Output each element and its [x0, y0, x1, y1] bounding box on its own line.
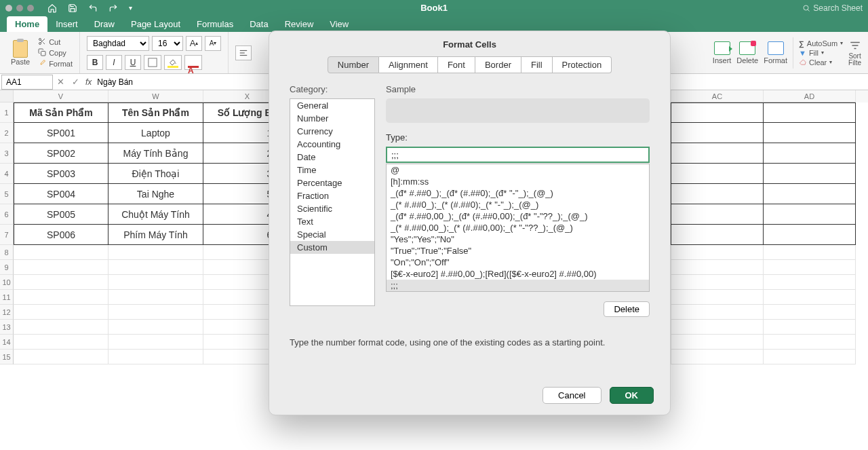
tab-draw[interactable]: Draw: [86, 16, 123, 32]
cell[interactable]: [108, 335, 203, 350]
dialog-tab-number[interactable]: Number: [328, 56, 379, 73]
align-left-button[interactable]: [235, 45, 252, 60]
cell[interactable]: [108, 320, 203, 335]
row-header[interactable]: 1: [0, 102, 14, 123]
cell[interactable]: [764, 225, 856, 245]
category-item[interactable]: Date: [290, 151, 374, 164]
cell[interactable]: SP004: [14, 184, 108, 204]
fill-button[interactable]: ▼Fill▾: [799, 49, 843, 57]
row-header[interactable]: 5: [0, 184, 14, 204]
cell[interactable]: [764, 320, 856, 335]
maximize-icon[interactable]: [27, 5, 34, 12]
type-item[interactable]: [$€-x-euro2] #.##0,00_);[Red]([$€-x-euro…: [387, 268, 649, 280]
type-item[interactable]: "Yes";"Yes";"No": [387, 233, 649, 245]
cell[interactable]: [108, 275, 203, 290]
category-item[interactable]: Number: [290, 112, 374, 125]
format-painter-button[interactable]: Format: [38, 59, 73, 69]
col-header-ad[interactable]: AD: [764, 90, 856, 102]
search-sheet[interactable]: Search Sheet: [802, 3, 863, 13]
copy-button[interactable]: Copy: [38, 48, 73, 58]
cell[interactable]: [671, 245, 764, 260]
cell[interactable]: [14, 275, 108, 290]
redo-icon[interactable]: [108, 3, 118, 13]
category-item[interactable]: Scientific: [290, 202, 374, 215]
cell[interactable]: [764, 102, 856, 123]
cell[interactable]: SP006: [14, 225, 108, 245]
customize-qat-icon[interactable]: ▾: [129, 4, 132, 12]
cell[interactable]: [671, 290, 764, 305]
paste-button[interactable]: Paste: [7, 39, 34, 67]
cut-button[interactable]: Cut: [38, 37, 73, 47]
font-color-button[interactable]: A: [184, 55, 202, 70]
cancel-formula-button[interactable]: ✕: [53, 75, 68, 90]
cell[interactable]: [14, 305, 108, 320]
row-header[interactable]: 8: [0, 245, 14, 260]
cell[interactable]: Mã Sản Phẩm: [14, 102, 108, 123]
italic-button[interactable]: I: [106, 55, 122, 70]
cell[interactable]: [108, 350, 203, 364]
tab-data[interactable]: Data: [241, 16, 276, 32]
border-button[interactable]: [144, 55, 161, 70]
home-icon[interactable]: [47, 3, 57, 13]
cell[interactable]: [671, 164, 764, 184]
cell[interactable]: [671, 204, 764, 225]
cell[interactable]: Laptop: [108, 123, 203, 143]
cell[interactable]: [14, 320, 108, 335]
row-header[interactable]: 14: [0, 335, 14, 350]
type-item[interactable]: ;;;: [387, 280, 649, 291]
category-item[interactable]: Special: [290, 228, 374, 241]
cell[interactable]: [14, 245, 108, 260]
row-header[interactable]: 15: [0, 350, 14, 364]
type-list[interactable]: @[h]:mm:ss_(đ* #.##0_);_(đ* (#.##0);_(đ*…: [386, 164, 650, 292]
save-icon[interactable]: [68, 3, 77, 13]
fx-icon[interactable]: fx: [85, 77, 92, 87]
cell[interactable]: SP003: [14, 164, 108, 184]
ok-button[interactable]: OK: [610, 387, 654, 404]
cell[interactable]: Điện Thoại: [108, 164, 203, 184]
delete-format-button[interactable]: Delete: [604, 301, 650, 317]
cell[interactable]: Tên Sản Phẩm: [108, 102, 203, 123]
category-item[interactable]: Custom: [290, 241, 374, 254]
cell[interactable]: SP002: [14, 143, 108, 164]
cell[interactable]: [764, 350, 856, 364]
cell[interactable]: [671, 102, 764, 123]
cell[interactable]: [14, 290, 108, 305]
row-header[interactable]: 9: [0, 260, 14, 275]
type-item[interactable]: _(* #.##0_);_(* (#.##0);_(* "-"_);_(@_): [387, 199, 649, 210]
cell[interactable]: Tai Nghe: [108, 184, 203, 204]
grow-font-button[interactable]: A▴: [186, 36, 202, 51]
type-input[interactable]: [386, 147, 650, 163]
row-header[interactable]: 6: [0, 204, 14, 225]
shrink-font-button[interactable]: A▾: [205, 36, 221, 51]
fill-color-button[interactable]: [164, 55, 182, 70]
insert-cells-button[interactable]: Insert: [713, 41, 732, 64]
cell[interactable]: SP005: [14, 204, 108, 225]
col-header-w[interactable]: W: [108, 90, 203, 102]
row-header[interactable]: 7: [0, 225, 14, 245]
col-header-ac[interactable]: AC: [671, 90, 764, 102]
cell[interactable]: [671, 225, 764, 245]
cell[interactable]: [671, 184, 764, 204]
cell[interactable]: [671, 123, 764, 143]
cell[interactable]: [764, 275, 856, 290]
type-item[interactable]: @: [387, 164, 649, 176]
cell[interactable]: [14, 260, 108, 275]
cell[interactable]: [108, 260, 203, 275]
row-header[interactable]: 10: [0, 275, 14, 290]
delete-cells-button[interactable]: Delete: [736, 41, 758, 64]
tab-review[interactable]: Review: [277, 16, 322, 32]
row-header[interactable]: 4: [0, 164, 14, 184]
cell[interactable]: [764, 123, 856, 143]
window-controls[interactable]: [5, 5, 34, 12]
type-item[interactable]: _(* #.##0,00_);_(* (#.##0,00);_(* "-"??_…: [387, 222, 649, 233]
category-item[interactable]: Percentage: [290, 176, 374, 189]
minimize-icon[interactable]: [16, 5, 23, 12]
cell[interactable]: [671, 320, 764, 335]
category-item[interactable]: Text: [290, 215, 374, 228]
type-item[interactable]: "On";"On";"Off": [387, 257, 649, 268]
cell[interactable]: [671, 335, 764, 350]
cell[interactable]: [14, 335, 108, 350]
cell[interactable]: [108, 245, 203, 260]
sort-filter-button[interactable]: SortFilte: [848, 39, 861, 67]
dialog-tab-fill[interactable]: Fill: [521, 56, 553, 73]
